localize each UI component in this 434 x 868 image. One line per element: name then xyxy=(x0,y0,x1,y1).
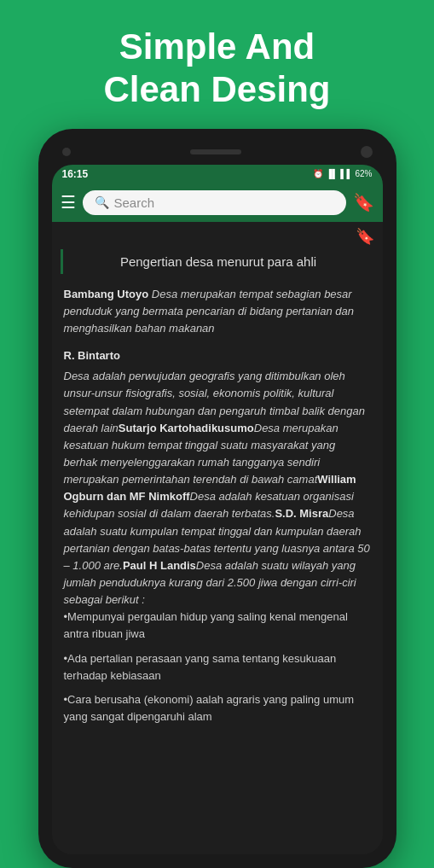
bookmark-button[interactable]: 🔖 xyxy=(353,192,374,213)
status-time: 16:15 xyxy=(62,168,89,180)
status-icons: ⏰ ▐▌ ▌▌ 62% xyxy=(313,169,372,178)
bullet-text-2: •Ada pertalian perasaan yang sama tentan… xyxy=(64,650,371,684)
wifi-icon: ▌▌ xyxy=(340,169,352,178)
phone-mockup: 16:15 ⏰ ▐▌ ▌▌ 62% ☰ 🔍 Search 🔖 🔖 xyxy=(38,129,396,868)
bullet-1: •Mempunyai pergaulan hidup yang saling k… xyxy=(64,609,371,643)
section-bintarto: Desa adalah perwujudan geografis yang di… xyxy=(64,368,371,609)
camera-dot xyxy=(62,148,71,156)
speaker xyxy=(190,149,241,154)
signal-icon: ▐▌ xyxy=(326,169,338,178)
article-bookmark-header: 🔖 xyxy=(52,222,383,249)
author-bintarto: R. Bintarto xyxy=(64,347,371,364)
battery-text: 62% xyxy=(355,169,372,178)
bullet-text-3: •Cara berusaha (ekonomi) aalah agraris y… xyxy=(64,691,371,725)
author-paul: Paul H Landis xyxy=(123,559,196,572)
author-bambang: Bambang Utoyo xyxy=(64,288,149,300)
front-camera xyxy=(361,146,373,158)
bullet-text-1: •Mempunyai pergaulan hidup yang saling k… xyxy=(64,609,371,643)
header-title: Simple And Clean Desing xyxy=(69,0,364,129)
author-sutarjo: Sutarjo Kartohadikusumo xyxy=(119,422,254,434)
header-title-line1: Simple And xyxy=(119,26,315,67)
search-placeholder: Search xyxy=(114,195,155,210)
bullet-3: •Cara berusaha (ekonomi) aalah agraris y… xyxy=(64,691,371,725)
alarm-icon: ⏰ xyxy=(313,169,323,178)
phone-top-decoration xyxy=(52,143,383,165)
toolbar: ☰ 🔍 Search 🔖 xyxy=(52,184,383,222)
article-bookmark-icon[interactable]: 🔖 xyxy=(356,227,374,246)
bullet-2: •Ada pertalian perasaan yang sama tentan… xyxy=(64,650,371,684)
phone-screen: 16:15 ⏰ ▐▌ ▌▌ 62% ☰ 🔍 Search 🔖 🔖 xyxy=(52,165,383,854)
article-body: Bambang Utoyo Desa merupakan tempat seba… xyxy=(52,283,383,744)
section-bambang: Bambang Utoyo Desa merupakan tempat seba… xyxy=(64,286,371,337)
content-area[interactable]: 🔖 Pengertian desa menurut para ahli Bamb… xyxy=(52,222,383,854)
header-title-line2: Clean Desing xyxy=(103,69,330,109)
hamburger-button[interactable]: ☰ xyxy=(61,192,76,213)
article-title-bar: Pengertian desa menurut para ahli xyxy=(61,249,374,274)
status-bar: 16:15 ⏰ ▐▌ ▌▌ 62% xyxy=(52,165,383,184)
search-icon: 🔍 xyxy=(95,195,109,209)
author-sd: S.D. Misra xyxy=(275,507,328,520)
search-bar[interactable]: 🔍 Search xyxy=(83,190,346,215)
article-title: Pengertian desa menurut para ahli xyxy=(73,254,364,269)
